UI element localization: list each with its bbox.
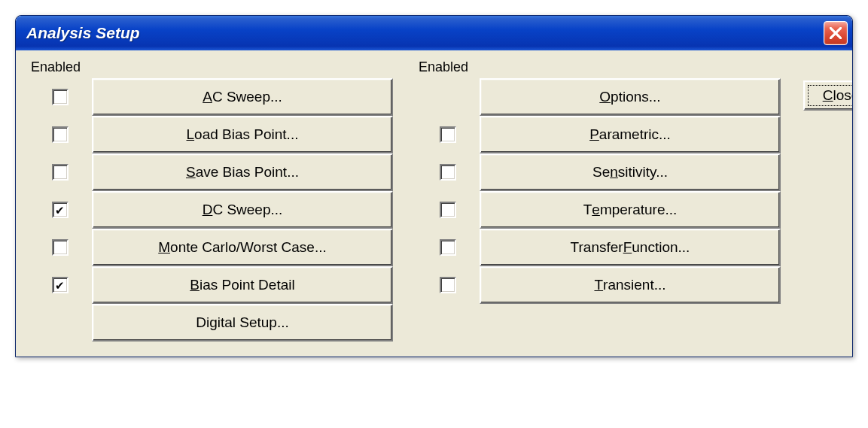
close-button-focus-ring: Close: [808, 85, 853, 106]
button-label-post: ave Bias Point...: [196, 164, 299, 181]
right-row: Transient...: [416, 266, 781, 304]
right-row: Temperature...: [416, 191, 781, 229]
button-label-post: unction...: [632, 239, 690, 256]
right-row: Parametric...: [416, 116, 781, 153]
right-column: Enabled Options...Parametric...Sensitivi…: [416, 59, 781, 304]
button-label-mnemonic: F: [623, 239, 632, 256]
button-label-mnemonic: M: [158, 239, 170, 256]
button-label-post: C Sweep...: [212, 89, 282, 105]
button-label-post: C Sweep...: [212, 202, 282, 218]
analysis-setup-dialog: Analysis Setup Enabled AC Sweep...Load B…: [15, 15, 853, 357]
left-analysis-button-2[interactable]: Save Bias Point...: [92, 153, 393, 191]
right-checkbox-4[interactable]: [440, 239, 456, 256]
right-analysis-button-2[interactable]: Sensitivity...: [480, 153, 781, 191]
right-analysis-button-1[interactable]: Parametric...: [480, 116, 781, 153]
checkbox-cell: [416, 89, 480, 105]
left-row: Load Bias Point...: [28, 116, 393, 153]
close-icon[interactable]: [824, 21, 848, 45]
right-analysis-button-4[interactable]: Transfer Function...: [480, 229, 781, 266]
button-label-mnemonic: S: [186, 164, 196, 181]
left-row: Save Bias Point...: [28, 153, 393, 191]
left-checkbox-1[interactable]: [52, 126, 69, 143]
left-analysis-button-3[interactable]: DC Sweep...: [92, 191, 393, 229]
left-column: Enabled AC Sweep...Load Bias Point...Sav…: [28, 59, 393, 341]
checkbox-cell: ✔: [28, 202, 92, 218]
checkbox-cell: [416, 277, 480, 293]
right-analysis-button-0[interactable]: Options...: [480, 78, 781, 116]
left-checkbox-2[interactable]: [52, 164, 69, 181]
left-row: AC Sweep...: [28, 78, 393, 116]
right-checkbox-3[interactable]: [440, 202, 456, 218]
close-button[interactable]: Close: [803, 80, 853, 111]
button-label-mnemonic: A: [203, 89, 212, 105]
checkbox-cell: [416, 126, 480, 143]
checkbox-cell: [28, 126, 92, 143]
button-label-mnemonic: e: [592, 202, 600, 218]
button-label-post: ptions...: [611, 89, 661, 105]
button-label-mnemonic: B: [190, 277, 199, 293]
checkbox-cell: [28, 164, 92, 181]
button-label-mnemonic: T: [594, 277, 603, 293]
checkbox-cell: [416, 239, 480, 256]
close-button-label: Close: [823, 87, 853, 104]
button-label-post: arametric...: [599, 126, 671, 143]
left-row: ✔DC Sweep...: [28, 191, 393, 229]
right-analysis-button-3[interactable]: Temperature...: [480, 191, 781, 229]
button-label-mnemonic: n: [610, 164, 618, 181]
titlebar[interactable]: Analysis Setup: [16, 16, 852, 50]
columns-container: Enabled AC Sweep...Load Bias Point...Sav…: [28, 59, 840, 341]
button-label-post: sitivity...: [618, 164, 668, 181]
button-label-mnemonic: O: [599, 89, 611, 105]
window-title: Analysis Setup: [26, 24, 140, 42]
button-label-mnemonic: D: [203, 202, 213, 218]
button-label-post: onte Carlo/Worst Case...: [170, 239, 327, 256]
button-label-pre: Se: [592, 164, 610, 181]
right-checkbox-1[interactable]: [440, 126, 456, 143]
button-label-pre: Digital Setup...: [196, 314, 289, 331]
left-row: ✔Bias Point Detail: [28, 266, 393, 304]
left-checkbox-4[interactable]: [52, 239, 69, 256]
button-label-pre: T: [583, 202, 592, 218]
checkbox-cell: [28, 239, 92, 256]
left-row: Monte Carlo/Worst Case...: [28, 229, 393, 266]
left-checkbox-0[interactable]: [52, 89, 69, 105]
button-label-post: oad Bias Point...: [194, 126, 298, 143]
right-checkbox-2[interactable]: [440, 164, 456, 181]
x-glyph: [830, 27, 842, 39]
right-row: Sensitivity...: [416, 153, 781, 191]
right-row: Transfer Function...: [416, 229, 781, 266]
button-label-mnemonic: P: [589, 126, 599, 143]
left-analysis-button-6[interactable]: Digital Setup...: [92, 304, 393, 341]
left-analysis-button-0[interactable]: AC Sweep...: [92, 78, 393, 116]
left-analysis-button-1[interactable]: Load Bias Point...: [92, 116, 393, 153]
button-label-post: ransient...: [603, 277, 665, 293]
checkbox-cell: [28, 314, 92, 331]
left-analysis-button-4[interactable]: Monte Carlo/Worst Case...: [92, 229, 393, 266]
button-label-post: ias Point Detail: [199, 277, 295, 293]
right-analysis-button-5[interactable]: Transient...: [480, 266, 781, 304]
right-row: Options...: [416, 78, 781, 116]
button-label-post: mperature...: [600, 202, 677, 218]
enabled-header-left: Enabled: [28, 59, 393, 75]
left-checkbox-5[interactable]: ✔: [52, 277, 69, 293]
button-label-pre: Transfer: [571, 239, 623, 256]
left-analysis-button-5[interactable]: Bias Point Detail: [92, 266, 393, 304]
checkbox-cell: ✔: [28, 277, 92, 293]
side-column: Close: [803, 59, 853, 111]
right-checkbox-5[interactable]: [440, 277, 456, 293]
left-checkbox-3[interactable]: ✔: [52, 202, 69, 218]
checkbox-cell: [416, 164, 480, 181]
checkbox-cell: [28, 89, 92, 105]
checkbox-cell: [416, 202, 480, 218]
left-row: Digital Setup...: [28, 304, 393, 341]
dialog-body: Enabled AC Sweep...Load Bias Point...Sav…: [16, 50, 852, 357]
enabled-header-right: Enabled: [416, 59, 781, 75]
button-label-mnemonic: L: [187, 126, 195, 143]
